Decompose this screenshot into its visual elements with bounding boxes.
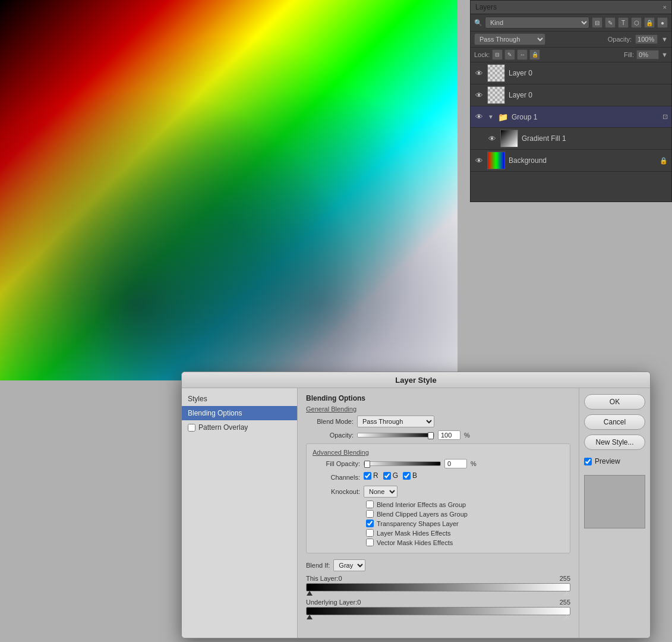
channels-checkboxes: R G B (364, 471, 417, 480)
layer-icon-btn-4[interactable]: ⬡ (631, 17, 642, 28)
fill-dropdown-icon[interactable]: ▼ (661, 51, 668, 58)
dialog-sidebar: Styles Blending Options Pattern Overlay (182, 388, 298, 638)
blend-mode-label: Blend Mode: (306, 418, 354, 425)
sidebar-item-styles[interactable]: Styles (182, 392, 297, 406)
underlying-arrow-left[interactable] (307, 615, 313, 619)
layer-icon-btn-2[interactable]: ✎ (605, 17, 616, 28)
layer-name-3: Gradient Fill 1 (522, 134, 668, 143)
layer-icon-btn-3[interactable]: T (618, 17, 629, 28)
lock-btn-3[interactable]: ↔ (517, 49, 528, 60)
group-extra-icon: ⊡ (662, 113, 668, 121)
lock-btn-1[interactable]: ⊟ (492, 49, 503, 60)
this-layer-arrow-left[interactable] (307, 591, 313, 596)
preview-label: Preview (595, 457, 620, 465)
layer-row-1[interactable]: 👁 Layer 0 (471, 84, 671, 106)
lock-btn-4[interactable]: 🔒 (529, 49, 540, 60)
fill-opacity-thumb[interactable] (364, 461, 370, 468)
layer-icon-btn-5[interactable]: 🔒 (644, 17, 655, 28)
opacity-slider[interactable] (357, 433, 434, 438)
this-layer-arrow-right[interactable] (564, 591, 570, 596)
dialog-body: Styles Blending Options Pattern Overlay … (182, 388, 650, 638)
sidebar-item-blending-options[interactable]: Blending Options (182, 406, 297, 420)
pattern-overlay-checkbox[interactable] (188, 424, 195, 432)
layers-filter-select[interactable]: Kind (485, 17, 589, 29)
preview-row: Preview (584, 457, 645, 465)
cb5-row: Vector Mask Hides Effects (366, 539, 564, 546)
search-icon: 🔍 (474, 19, 482, 27)
canvas-area (0, 0, 458, 380)
lock-btn-2[interactable]: ✎ (504, 49, 515, 60)
layer-vis-4[interactable]: 👁 (474, 156, 484, 165)
blend-mode-row: Blend Mode: Pass Through (306, 416, 570, 427)
blend-if-select[interactable]: Gray (333, 559, 365, 571)
blend-if-row: Blend If: Gray (306, 559, 570, 571)
ok-button[interactable]: OK (584, 394, 645, 410)
this-layer-slider-track[interactable] (306, 583, 570, 591)
channel-r-label: R (373, 471, 378, 480)
cb1-label: Blend Interior Effects as Group (377, 501, 466, 508)
layers-lock-row: Lock: ⊟ ✎ ↔ 🔒 Fill: ▼ (471, 48, 671, 62)
knockout-select[interactable]: None (364, 486, 397, 498)
underlying-layer-max: 255 (560, 599, 570, 606)
underlying-layer-container: Underlying Layer: 0 255 (306, 599, 570, 615)
dialog-main: Blending Options General Blending Blend … (298, 388, 579, 638)
underlying-layer-slider-track[interactable] (306, 607, 570, 615)
preview-checkbox[interactable] (584, 458, 592, 465)
layer-expand-2[interactable]: ▼ (487, 114, 494, 121)
cb2-row: Blend Clipped Layers as Group (366, 510, 564, 518)
layer-row-4[interactable]: 👁 Background 🔒 (471, 150, 671, 172)
dialog-title: Layer Style (395, 376, 436, 385)
layer-row-3[interactable]: 👁 Gradient Fill 1 (471, 128, 671, 150)
lock-label: Lock: (474, 51, 490, 58)
cb4-row: Layer Mask Hides Effects (366, 529, 564, 537)
opacity-field-input[interactable] (438, 430, 460, 440)
layers-blend-select[interactable]: Pass Through (474, 33, 545, 45)
fill-input[interactable] (636, 50, 659, 59)
opacity-dropdown-icon[interactable]: ▼ (661, 36, 668, 43)
this-layer-container: This Layer: 0 255 (306, 575, 570, 591)
this-layer-label: This Layer: (306, 575, 338, 582)
cb1-checkbox[interactable] (366, 501, 374, 508)
opacity-slider-thumb[interactable] (428, 432, 434, 439)
layer-style-dialog: Layer Style Styles Blending Options Patt… (181, 372, 651, 638)
layer-vis-3[interactable]: 👁 (487, 134, 497, 143)
layer-row-2[interactable]: 👁 ▼ 📁 Group 1 ⊡ (471, 106, 671, 128)
underlying-arrow-right[interactable] (564, 615, 570, 619)
underlying-layer-label: Underlying Layer: (306, 599, 357, 606)
cancel-button[interactable]: Cancel (584, 414, 645, 430)
layer-vis-2[interactable]: 👁 (474, 112, 484, 122)
layer-row-0[interactable]: 👁 Layer 0 (471, 62, 671, 84)
cb4-checkbox[interactable] (366, 529, 374, 537)
sidebar-item-pattern-overlay[interactable]: Pattern Overlay (182, 420, 297, 435)
dialog-actions: OK Cancel New Style... Preview (579, 388, 650, 638)
layers-close-icon[interactable]: × (663, 4, 667, 11)
layer-name-0: Layer 0 (509, 69, 668, 77)
general-blending-label: General Blending (306, 405, 570, 413)
blend-if-label: Blend If: (306, 562, 330, 569)
canvas-image (0, 0, 458, 380)
new-style-button[interactable]: New Style... (584, 435, 645, 450)
layer-icon-btn-1[interactable]: ⊟ (592, 17, 602, 28)
cb3-checkbox[interactable] (366, 520, 374, 527)
fill-opacity-slider[interactable] (364, 461, 441, 466)
channel-g-checkbox[interactable] (383, 472, 391, 480)
cb5-label: Vector Mask Hides Effects (377, 539, 453, 546)
layer-thumb-0 (487, 64, 505, 82)
cb5-checkbox[interactable] (366, 539, 374, 546)
channel-b-checkbox[interactable] (403, 472, 411, 480)
layer-vis-1[interactable]: 👁 (474, 90, 484, 100)
layers-title: Layers (475, 3, 497, 11)
blend-mode-select[interactable]: Pass Through (357, 416, 434, 427)
layer-icon-btn-6[interactable]: ● (657, 17, 668, 28)
layer-thumb-3 (500, 130, 518, 147)
this-layer-values: This Layer: 0 255 (306, 575, 570, 582)
underlying-layer-values: Underlying Layer: 0 255 (306, 599, 570, 606)
layer-vis-0[interactable]: 👁 (474, 68, 484, 78)
opacity-row: Opacity: % (306, 430, 570, 440)
cb3-label: Transparency Shapes Layer (377, 520, 459, 527)
canvas-birds-overlay (0, 0, 458, 380)
channel-r-checkbox[interactable] (364, 472, 371, 480)
opacity-input[interactable] (635, 34, 658, 44)
fill-opacity-input[interactable] (444, 459, 467, 468)
cb2-checkbox[interactable] (366, 510, 374, 518)
